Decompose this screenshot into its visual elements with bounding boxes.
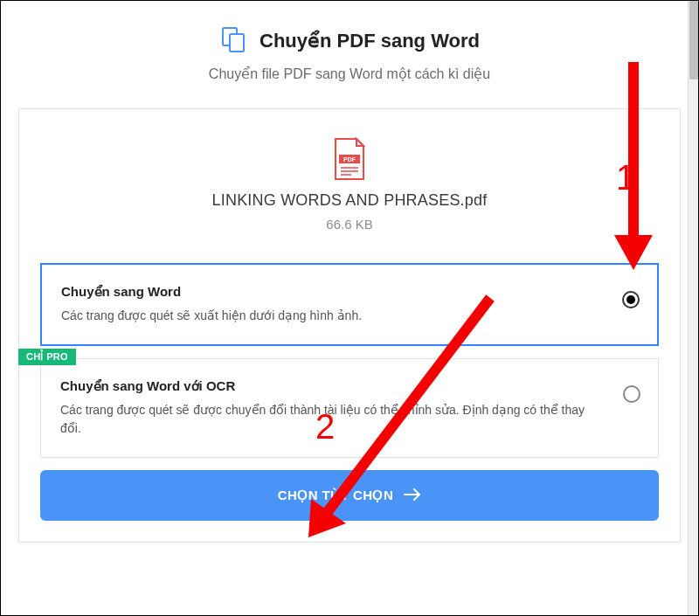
option-title: Chuyển sang Word với OCR: [60, 378, 606, 394]
choose-option-button[interactable]: CHỌN TÙY CHỌN: [40, 470, 659, 521]
svg-rect-1: [230, 34, 244, 52]
option-convert-to-word[interactable]: Chuyển sang Word Các trang được quét sẽ …: [40, 263, 659, 346]
annotation-number-1: 1: [616, 158, 635, 197]
radio-selected-icon[interactable]: [622, 291, 640, 308]
file-size: 66.6 KB: [37, 217, 662, 232]
copy-page-icon: [219, 25, 247, 57]
pdf-file-icon: PDF: [332, 137, 367, 181]
radio-unselected-icon[interactable]: [623, 385, 640, 403]
option-desc: Các trang được quét sẽ xuất hiện dưới dạ…: [61, 307, 605, 325]
page-title: Chuyển PDF sang Word: [260, 30, 480, 52]
option-title: Chuyển sang Word: [61, 284, 605, 300]
file-name: LINKING WORDS AND PHRASES.pdf: [37, 191, 662, 210]
conversion-panel: PDF LINKING WORDS AND PHRASES.pdf 66.6 K…: [18, 108, 681, 543]
svg-text:PDF: PDF: [343, 156, 356, 163]
pro-badge: CHỈ PRO: [18, 349, 76, 365]
scrollbar-thumb[interactable]: [689, 1, 698, 80]
annotation-number-2: 2: [315, 407, 335, 446]
vertical-scrollbar[interactable]: [688, 1, 698, 615]
option-convert-to-word-ocr[interactable]: CHỈ PRO Chuyển sang Word với OCR Các tra…: [40, 358, 659, 458]
arrow-right-icon: [404, 488, 421, 503]
button-label: CHỌN TÙY CHỌN: [278, 488, 393, 503]
file-info: PDF LINKING WORDS AND PHRASES.pdf 66.6 K…: [19, 109, 680, 263]
page-subtitle: Chuyển file PDF sang Word một cách kì di…: [18, 66, 681, 82]
page-header: Chuyển PDF sang Word Chuyển file PDF san…: [18, 25, 681, 82]
